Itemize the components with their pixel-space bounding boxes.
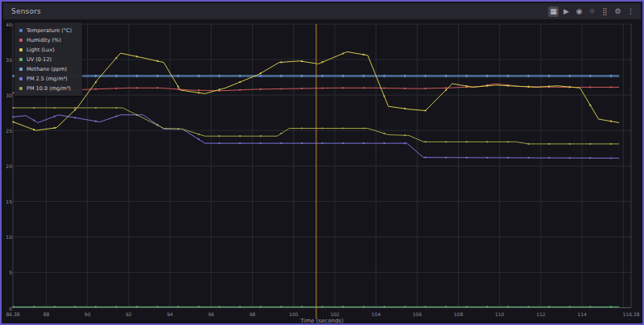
data-point	[280, 142, 282, 144]
data-point	[157, 76, 159, 77]
data-point	[260, 135, 262, 137]
data-point	[12, 116, 14, 117]
legend-item[interactable]: PM 2.5 (mg/m³)	[14, 74, 82, 84]
data-point	[177, 76, 179, 77]
x-axis-tick-label: 92	[126, 311, 132, 317]
title-bar[interactable]: Sensors ▦▶◉✥⣿⚙⋮	[3, 3, 641, 20]
data-point	[301, 127, 303, 129]
x-axis-tick-label: 112	[536, 311, 545, 317]
data-point	[527, 76, 529, 77]
x-axis-tick-label: 96	[208, 311, 214, 317]
data-point	[136, 56, 138, 57]
data-point	[157, 125, 159, 126]
data-point	[239, 89, 241, 91]
y-axis-tick-label: 10	[3, 234, 12, 240]
data-point	[589, 105, 591, 106]
data-point	[115, 116, 117, 117]
data-point	[569, 76, 571, 77]
data-point	[383, 306, 385, 307]
play-icon[interactable]: ▶	[561, 6, 572, 17]
y-axis-tick-label: 15	[3, 199, 12, 204]
data-point	[507, 306, 509, 307]
x-axis-tick-label: 94	[167, 311, 173, 317]
data-point	[239, 76, 241, 77]
legend-item[interactable]: PM 10.0 (mg/m³)	[14, 84, 82, 93]
data-point	[260, 76, 262, 77]
x-axis-tick-label: 110	[495, 311, 504, 317]
toolbar: ▦▶◉✥⣿⚙⋮	[548, 3, 636, 19]
data-point	[424, 88, 426, 89]
data-point	[198, 306, 200, 307]
data-point	[445, 157, 447, 158]
legend-item[interactable]: Humidity (%)	[14, 35, 82, 45]
legend-marker	[19, 29, 23, 32]
data-point	[486, 85, 488, 87]
data-point	[383, 76, 385, 77]
data-point	[507, 157, 509, 158]
data-point	[95, 121, 97, 122]
data-point	[383, 142, 385, 144]
kebab-menu-icon[interactable]: ⋮	[625, 6, 636, 17]
data-point	[424, 141, 426, 142]
data-point	[363, 127, 365, 129]
legend-marker	[19, 87, 23, 90]
gear-icon[interactable]: ⚙	[613, 6, 623, 17]
sensors-panel-window: Sensors ▦▶◉✥⣿⚙⋮ Temperature (°C)Humidity…	[0, 0, 644, 325]
legend-label: Methane (ppm)	[27, 66, 67, 72]
data-point	[445, 141, 447, 142]
data-point	[610, 157, 612, 158]
x-axis-tick-label: 108	[454, 311, 463, 317]
data-point	[157, 87, 159, 88]
data-point	[301, 306, 303, 307]
x-axis-tick-label: 102	[330, 311, 339, 317]
data-point	[54, 127, 56, 129]
data-point	[280, 61, 282, 63]
legend-label: Light (Lux)	[27, 47, 55, 53]
data-point	[218, 76, 220, 77]
data-point	[507, 141, 509, 142]
legend-marker	[19, 58, 23, 61]
data-point	[321, 61, 323, 63]
y-axis-tick-label: 40	[3, 22, 12, 27]
data-point	[115, 76, 117, 77]
data-point	[548, 306, 550, 307]
data-point	[404, 76, 406, 77]
data-point	[610, 121, 612, 122]
data-point	[95, 306, 97, 307]
grid-icon[interactable]: ▦	[548, 6, 559, 17]
x-axis-tick-label: 106	[413, 311, 422, 317]
data-point	[610, 76, 612, 77]
legend-marker	[19, 48, 23, 51]
data-point	[54, 107, 56, 109]
data-point	[445, 89, 447, 91]
y-axis-tick-label: 25	[3, 128, 12, 134]
data-point	[424, 76, 426, 77]
legend-item[interactable]: Methane (ppm)	[14, 64, 82, 74]
data-point	[136, 76, 138, 77]
data-point	[342, 306, 344, 307]
x-axis-tick-label: 114	[577, 311, 586, 317]
data-point	[280, 88, 282, 89]
data-point	[610, 143, 612, 145]
data-point	[198, 76, 200, 77]
data-point	[115, 57, 117, 59]
legend-item[interactable]: UV (0-12)	[14, 55, 82, 64]
record-icon[interactable]: ◉	[574, 6, 584, 17]
legend-item[interactable]: Light (Lux)	[14, 45, 82, 55]
data-point	[260, 72, 262, 74]
data-point	[260, 142, 262, 144]
data-point	[12, 107, 14, 109]
data-point	[239, 135, 241, 137]
data-point	[363, 54, 365, 56]
data-point	[548, 157, 550, 158]
plot-area[interactable]: Temperature (°C)Humidity (%)Light (Lux)U…	[3, 19, 641, 322]
data-point	[342, 76, 344, 77]
legend-label: UV (0-12)	[27, 56, 52, 63]
data-point	[466, 157, 468, 158]
drag-handle-icon[interactable]: ⣿	[600, 6, 610, 17]
legend-label: PM 10.0 (mg/m³)	[27, 85, 71, 92]
legend-item[interactable]: Temperature (°C)	[14, 26, 82, 35]
data-point	[74, 117, 76, 118]
data-point	[404, 88, 406, 89]
data-point	[569, 306, 571, 307]
